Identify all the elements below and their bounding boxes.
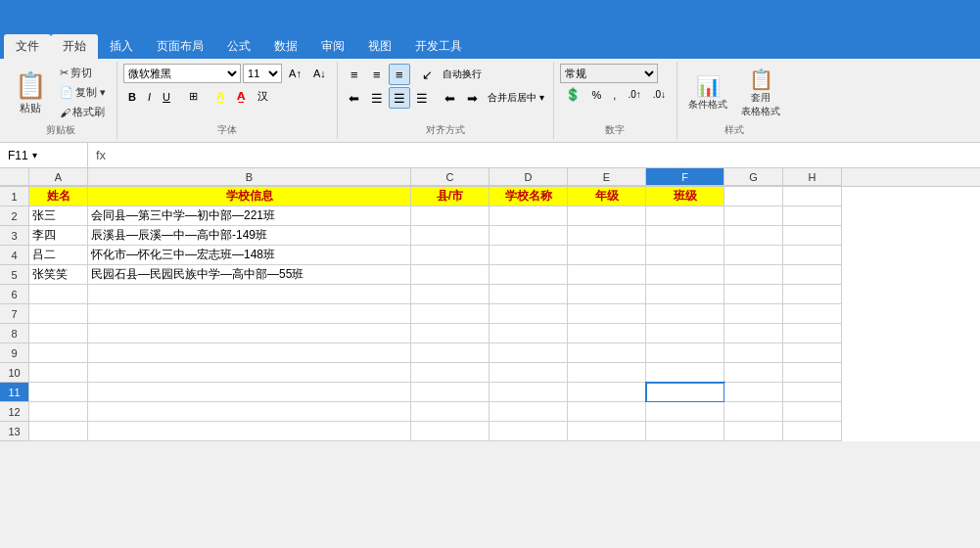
tab-formula[interactable]: 公式 <box>215 34 262 59</box>
cell-D2[interactable] <box>490 206 568 226</box>
row-header-1[interactable]: 1 <box>0 187 29 206</box>
cell-H10[interactable] <box>783 363 842 383</box>
cell-C13[interactable] <box>411 422 490 441</box>
row-header-12[interactable]: 12 <box>0 402 29 422</box>
cell-G3[interactable] <box>724 226 783 246</box>
underline-button[interactable]: U <box>158 89 175 105</box>
cell-F5[interactable] <box>646 265 724 285</box>
cell-D7[interactable] <box>490 304 568 324</box>
col-header-c[interactable]: C <box>411 168 490 186</box>
cell-H8[interactable] <box>783 324 842 343</box>
align-left-button[interactable]: ⬅ <box>344 87 365 109</box>
cell-E6[interactable] <box>568 285 646 304</box>
cut-button[interactable]: ✂ 剪切 <box>55 64 111 82</box>
cell-F13[interactable] <box>646 422 724 441</box>
decimal-inc-button[interactable]: .0↑ <box>623 85 645 104</box>
cell-F3[interactable] <box>646 226 724 246</box>
number-format-select[interactable]: 常规 <box>560 64 658 83</box>
cell-E5[interactable] <box>568 265 646 285</box>
col-header-g[interactable]: G <box>724 168 783 186</box>
increase-font-button[interactable]: A↑ <box>284 66 306 81</box>
cell-G1[interactable] <box>724 187 783 206</box>
col-header-h[interactable]: H <box>783 168 842 186</box>
font-color-button[interactable]: A̲ <box>232 88 251 105</box>
font-size-select[interactable]: 11 <box>243 64 282 83</box>
table-format-button[interactable]: 📋 套用表格格式 <box>736 65 785 121</box>
increase-indent-button[interactable]: ➡ <box>462 87 484 109</box>
cell-E7[interactable] <box>568 304 646 324</box>
cell-E8[interactable] <box>568 324 646 343</box>
cell-H11[interactable] <box>783 383 842 402</box>
cell-H12[interactable] <box>783 402 842 422</box>
cell-D6[interactable] <box>490 285 568 304</box>
cell-G4[interactable] <box>724 246 783 265</box>
cell-C4[interactable] <box>411 246 490 265</box>
cell-B3[interactable]: 辰溪县—辰溪—中—高中部-149班 <box>88 226 411 246</box>
cell-reference-box[interactable]: F11 ▾ <box>0 143 88 167</box>
cell-H3[interactable] <box>783 226 842 246</box>
cell-D1[interactable]: 学校名称 <box>490 187 568 206</box>
cell-A5[interactable]: 张笑笑 <box>29 265 88 285</box>
cell-D5[interactable] <box>490 265 568 285</box>
cell-B9[interactable] <box>88 343 411 363</box>
tab-insert[interactable]: 插入 <box>98 34 145 59</box>
copy-button[interactable]: 📄 复制 ▾ <box>55 83 111 102</box>
cell-F12[interactable] <box>646 402 724 422</box>
cell-F1[interactable]: 班级 <box>646 187 724 206</box>
col-header-b[interactable]: B <box>88 168 411 186</box>
row-header-8[interactable]: 8 <box>0 324 29 343</box>
cell-H5[interactable] <box>783 265 842 285</box>
cell-C7[interactable] <box>411 304 490 324</box>
cell-C2[interactable] <box>411 206 490 226</box>
cell-H1[interactable] <box>783 187 842 206</box>
cell-B12[interactable] <box>88 402 411 422</box>
cell-B4[interactable]: 怀化市—怀化三中—宏志班—148班 <box>88 246 411 265</box>
align-right-button[interactable]: ☰ <box>389 87 410 109</box>
cell-F9[interactable] <box>646 343 724 363</box>
cell-H4[interactable] <box>783 246 842 265</box>
row-header-7[interactable]: 7 <box>0 304 29 324</box>
align-top-left-button[interactable]: ≡ <box>344 64 365 85</box>
row-header-4[interactable]: 4 <box>0 246 29 265</box>
cell-G11[interactable] <box>724 383 783 402</box>
cell-G2[interactable] <box>724 206 783 226</box>
cell-A8[interactable] <box>29 324 88 343</box>
cell-F7[interactable] <box>646 304 724 324</box>
cell-F8[interactable] <box>646 324 724 343</box>
col-header-a[interactable]: A <box>29 168 88 186</box>
auto-wrap-button[interactable]: 自动换行 <box>440 64 485 85</box>
cell-G8[interactable] <box>724 324 783 343</box>
cell-B11[interactable] <box>88 383 411 402</box>
font-name-select[interactable]: 微软雅黑 <box>123 64 241 83</box>
cell-E4[interactable] <box>568 246 646 265</box>
decimal-dec-button[interactable]: .0↓ <box>648 85 671 104</box>
decrease-indent-button[interactable]: ⬅ <box>440 87 461 109</box>
format-painter-button[interactable]: 🖌 格式刷 <box>55 103 111 121</box>
cell-H6[interactable] <box>783 285 842 304</box>
merge-center-button[interactable]: 合并后居中 ▾ <box>485 87 547 109</box>
cell-D10[interactable] <box>490 363 568 383</box>
cell-G12[interactable] <box>724 402 783 422</box>
cell-C10[interactable] <box>411 363 490 383</box>
cell-C11[interactable] <box>411 383 490 402</box>
cell-A1[interactable]: 姓名 <box>29 187 88 206</box>
fill-color-button[interactable]: A̲ <box>211 88 230 105</box>
cell-B10[interactable] <box>88 363 411 383</box>
paste-button[interactable]: 📋 粘贴 <box>10 68 51 118</box>
cell-C3[interactable] <box>411 226 490 246</box>
tab-review[interactable]: 审阅 <box>309 34 356 59</box>
col-header-f[interactable]: F <box>646 168 724 186</box>
cell-H7[interactable] <box>783 304 842 324</box>
cell-F11[interactable] <box>646 383 724 402</box>
cell-B8[interactable] <box>88 324 411 343</box>
tab-data[interactable]: 数据 <box>262 34 309 59</box>
cell-E11[interactable] <box>568 383 646 402</box>
italic-button[interactable]: I <box>143 89 156 105</box>
row-header-9[interactable]: 9 <box>0 343 29 363</box>
cell-B13[interactable] <box>88 422 411 441</box>
cell-D9[interactable] <box>490 343 568 363</box>
cell-A11[interactable] <box>29 383 88 402</box>
cell-B6[interactable] <box>88 285 411 304</box>
comma-button[interactable]: , <box>608 85 621 104</box>
cell-C6[interactable] <box>411 285 490 304</box>
